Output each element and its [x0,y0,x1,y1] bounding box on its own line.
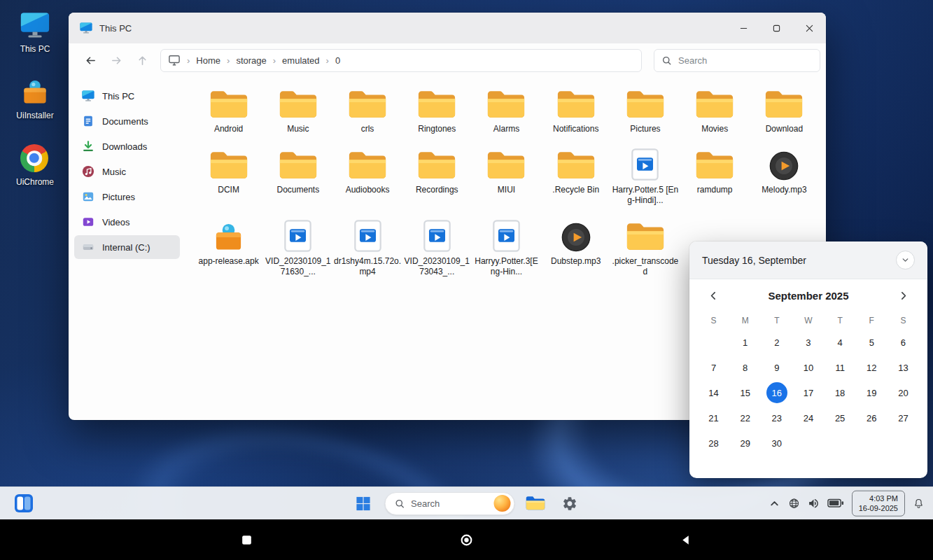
clock[interactable]: 4:03 PM 16-09-2025 [852,491,905,517]
close-button[interactable] [793,13,826,43]
calendar-day-24[interactable]: 24 [792,405,824,430]
file-tile-apk[interactable]: app-release.apk [195,218,262,278]
calendar-day-13[interactable]: 13 [888,355,919,380]
start-button[interactable] [350,490,377,517]
breadcrumb-segment-home[interactable]: Home [195,55,222,66]
file-tile-video[interactable]: VID_20230109_171630_... [264,218,332,278]
file-label: VID_20230109_173043_... [403,256,471,278]
desktop-icon-uichrome[interactable]: UiChrome [8,144,62,187]
file-tile-video[interactable]: dr1shy4m.15.72o.mp4 [334,218,402,278]
file-tile-audio[interactable]: Melody.mp3 [750,146,818,206]
file-tile-folder[interactable]: Music [264,85,332,135]
up-button[interactable] [132,50,153,71]
file-tile-folder[interactable]: Alarms [472,85,540,135]
file-tile-folder[interactable]: crls [334,85,402,135]
breadcrumb-segment-emulated[interactable]: emulated [281,55,321,66]
file-tile-folder[interactable]: Download [750,85,818,135]
recents-button[interactable] [232,526,260,554]
file-tile-folder[interactable]: Pictures [611,85,679,135]
minimize-button[interactable] [727,13,760,43]
calendar-day-11[interactable]: 11 [825,355,856,380]
titlebar[interactable]: This PC [69,13,826,43]
sidebar-item-documents[interactable]: Documents [74,109,180,133]
calendar-day-10[interactable]: 10 [792,355,824,380]
sidebar-item-music[interactable]: Music [74,160,180,183]
calendar-day-27[interactable]: 27 [888,405,919,430]
calendar-day-19[interactable]: 19 [856,380,888,405]
file-tile-folder[interactable]: Notifications [542,85,610,135]
calendar-day-25[interactable]: 25 [825,405,856,430]
widgets-button[interactable] [14,493,34,513]
notifications-bell-icon[interactable] [913,498,925,510]
calendar-day-17[interactable]: 17 [792,380,824,405]
sidebar-item-this-pc[interactable]: This PC [74,84,180,108]
calendar-collapse-button[interactable] [896,251,915,270]
maximize-button[interactable] [760,13,793,43]
calendar-day-14[interactable]: 14 [698,380,729,405]
calendar-day-2[interactable]: 2 [761,330,792,355]
desktop-icon-uiinstaller[interactable]: UiInstaller [8,78,62,120]
calendar-day-15[interactable]: 15 [729,380,761,405]
calendar-day-23[interactable]: 23 [761,405,792,430]
file-tile-folder[interactable]: Recordings [403,146,471,206]
explorer-taskbar-button[interactable] [522,490,549,517]
breadcrumb-segment-0[interactable]: 0 [334,55,342,66]
file-tile-folder[interactable]: .picker_transcoded [611,218,679,278]
settings-button[interactable] [556,490,583,517]
network-globe-icon[interactable] [788,498,800,510]
taskbar-search-input[interactable]: Search [384,492,514,515]
calendar-weekday: F [856,312,888,330]
sidebar-item-internal-c-[interactable]: Internal (C:) [74,235,180,259]
calendar-day-6[interactable]: 6 [888,330,919,355]
file-tile-audio[interactable]: Dubstep.mp3 [542,218,610,278]
sidebar-item-pictures[interactable]: Pictures [74,185,180,209]
calendar-day-9[interactable]: 9 [761,355,792,380]
file-tile-folder[interactable]: Audiobooks [334,146,402,206]
calendar-day-7[interactable]: 7 [698,355,729,380]
desktop-icon-this-pc[interactable]: This PC [8,11,62,54]
file-label: VID_20230109_171630_... [264,256,332,278]
forward-button[interactable] [106,50,127,71]
battery-icon[interactable] [827,498,844,508]
calendar-day-16[interactable]: 16 [761,380,792,405]
file-tile-folder[interactable]: .Recycle Bin [542,146,610,206]
android-back-button[interactable] [671,526,699,554]
calendar-day-30[interactable]: 30 [761,430,792,456]
calendar-day-26[interactable]: 26 [856,405,888,430]
calendar-prev-button[interactable] [705,287,722,304]
file-tile-folder[interactable]: MIUI [472,146,540,206]
calendar-day-3[interactable]: 3 [792,330,824,355]
calendar-day-1[interactable]: 1 [729,330,761,355]
file-tile-video[interactable]: Harry.Potter.5 [Eng-Hindi]... [611,146,679,206]
calendar-day-5[interactable]: 5 [856,330,888,355]
calendar-day-18[interactable]: 18 [825,380,856,405]
folder-icon [416,146,457,181]
file-tile-video[interactable]: Harryy.Potter.3[Eng-Hin... [472,218,540,278]
file-tile-video[interactable]: VID_20230109_173043_... [403,218,471,278]
calendar-day-8[interactable]: 8 [729,355,761,380]
hidden-icons-chevron[interactable] [769,498,780,510]
home-button[interactable] [452,526,480,554]
calendar-day-29[interactable]: 29 [729,430,761,456]
calendar-next-button[interactable] [895,287,912,304]
calendar-day-28[interactable]: 28 [698,430,729,456]
calendar-day-22[interactable]: 22 [729,405,761,430]
address-bar[interactable]: ›Home›storage›emulated›0 [160,49,642,72]
calendar-day-21[interactable]: 21 [698,405,729,430]
file-tile-folder[interactable]: ramdump [681,146,749,206]
sidebar-item-videos[interactable]: Videos [74,210,180,234]
back-button[interactable] [80,50,101,71]
calendar-day-4[interactable]: 4 [825,330,856,355]
breadcrumb-segment-storage[interactable]: storage [234,55,267,66]
file-tile-folder[interactable]: DCIM [195,146,262,206]
copilot-icon[interactable] [493,495,510,512]
sidebar-item-downloads[interactable]: Downloads [74,134,180,158]
calendar-day-12[interactable]: 12 [856,355,888,380]
calendar-day-20[interactable]: 20 [888,380,919,405]
volume-icon[interactable] [808,498,820,510]
file-tile-folder[interactable]: Documents [264,146,332,206]
file-tile-folder[interactable]: Android [195,85,262,135]
file-tile-folder[interactable]: Movies [681,85,749,135]
explorer-search-input[interactable]: Search [654,49,820,72]
file-tile-folder[interactable]: Ringtones [403,85,471,135]
